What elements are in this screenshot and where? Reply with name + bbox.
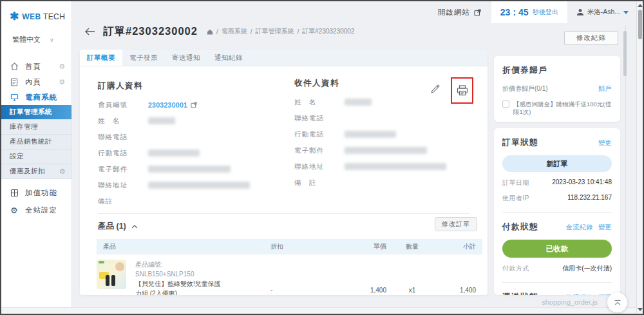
ecommerce-submenu: 訂單管理系統 庫存管理 產品銷售統計 設定 優惠及折扣 ⚙ <box>1 105 71 179</box>
recipient-name-row: 姓 名 <box>294 94 449 110</box>
scrollbar-up-arrow-icon[interactable] <box>638 4 643 7</box>
chevron-down-icon: ∨ <box>50 37 54 43</box>
breadcrumb-segment[interactable]: 訂單管理系統 <box>256 27 294 36</box>
order-detail-card: 訂單概要 電子發票 寄送通知 通知紀錄 訂購人資料 會員編號 230323000… <box>80 50 488 295</box>
sidebar-item-label: 首頁 <box>25 62 41 72</box>
redacted-value <box>148 117 175 124</box>
edit-log-button[interactable]: 修改紀錄 <box>564 31 618 45</box>
sidebar-item-pages[interactable]: 內頁 ⚙ <box>1 74 71 90</box>
site-settings-gear-icon: ⚙ <box>10 205 20 215</box>
sidebar-item-discounts[interactable]: 優惠及折扣 ⚙ <box>1 164 71 179</box>
order-date-value: 2023-03-23 10:41:48 <box>552 178 612 187</box>
chevron-down-icon <box>623 11 629 14</box>
vertical-scrollbar[interactable] <box>636 1 643 314</box>
language-label: 繁體中文 <box>12 35 41 44</box>
product-qty: x1 <box>386 260 438 295</box>
edit-recipient-button[interactable] <box>430 84 440 94</box>
recipient-info-title: 收件人資料 <box>294 78 449 89</box>
sidebar-item-label: 訂單管理系統 <box>10 108 52 117</box>
product-subtotal: 1,400 <box>438 260 482 295</box>
pencil-icon <box>430 84 440 94</box>
external-link-icon[interactable] <box>191 102 197 108</box>
divider <box>502 282 612 283</box>
sidebar-item-label: 加值功能 <box>25 188 57 198</box>
payment-status-title: 付款狀態 <box>502 222 538 233</box>
printer-icon[interactable] <box>457 85 468 96</box>
sidebar-item-label: 內頁 <box>25 77 41 87</box>
section-divider <box>98 213 469 214</box>
sidebar-item-label: 優惠及折扣 <box>10 167 45 176</box>
breadcrumb-segment: 訂單#2303230002 <box>302 27 354 36</box>
sidebar-item-settings[interactable]: 設定 <box>1 149 71 164</box>
sidebar-item-order-management[interactable]: 訂單管理系統 <box>1 105 71 120</box>
sidebar-item-addons[interactable]: 加值功能 <box>1 184 71 202</box>
brand-logo[interactable]: ✱ WEB TECH <box>1 1 71 22</box>
content-scrollbar-thumb[interactable] <box>623 31 627 76</box>
redacted-value <box>345 131 396 138</box>
payment-log-link[interactable]: 金流紀錄 <box>566 223 593 232</box>
order-status-title: 訂單狀態 <box>502 137 538 148</box>
payment-status-badge: 已收款 <box>502 240 612 258</box>
admin-app-window: ✱ WEB TECH 繁體中文 ∨ 首頁 ⚙ 內頁 ⚙ <box>0 0 644 315</box>
products-section-title[interactable]: 產品 (1) <box>98 221 138 232</box>
tab-shipping-notice[interactable]: 寄送通知 <box>165 50 207 66</box>
coupon-card: 折價券歸戶 折價券歸戶(0/1) 歸戶 【感恩回購金】購物滿千送100元(僅限1… <box>494 56 620 122</box>
user-ip-row: 使用者IP 118.232.21.167 <box>502 194 612 203</box>
back-arrow-icon[interactable] <box>85 28 95 35</box>
buyer-info-section: 訂購人資料 會員編號 2303230001 姓 名 聯絡電話 行 <box>98 81 291 209</box>
shipping-log-link[interactable]: 物流紀錄 <box>566 293 593 296</box>
scrollbar-down-arrow-icon[interactable] <box>638 308 643 311</box>
user-name-label: 米洛-Ash... <box>587 8 620 17</box>
product-name-line2: 力組 (2入優惠) <box>135 289 221 295</box>
order-tabs: 訂單概要 電子發票 寄送通知 通知紀錄 <box>80 50 488 66</box>
sidebar: ✱ WEB TECH 繁體中文 ∨ 首頁 ⚙ 內頁 ⚙ <box>1 1 72 309</box>
column-subtotal: 小計 <box>438 242 482 251</box>
coupon-assign-link[interactable]: 歸戶 <box>598 84 612 93</box>
brand-name: WEB TECH <box>22 12 65 21</box>
open-site-button[interactable]: 開啟網站 <box>438 8 491 17</box>
product-unit-price: 1,400 <box>341 260 386 295</box>
sidebar-item-inventory[interactable]: 庫存管理 <box>1 120 71 135</box>
product-table-row: 產品編號: SNLB150+SNLP150 【貝兒佳】藍綠雙效!兒童保護 力組 … <box>97 260 482 295</box>
breadcrumb-segment[interactable]: 電商系統 <box>222 27 247 36</box>
gear-icon[interactable]: ⚙ <box>59 78 66 86</box>
buyer-address-row: 聯絡地址 <box>98 177 291 193</box>
language-selector[interactable]: 繁體中文 ∨ <box>1 22 71 44</box>
coupon-checkbox[interactable] <box>502 100 509 108</box>
horizontal-scrollbar[interactable] <box>1 307 636 314</box>
buyer-phone-row: 聯絡電話 <box>98 129 291 145</box>
scrollbar-thumb[interactable] <box>638 10 642 39</box>
member-id-link[interactable]: 2303230001 <box>148 101 187 109</box>
gear-icon[interactable]: ⚙ <box>59 62 66 71</box>
buyer-note-row: 備註 <box>98 193 291 209</box>
sidebar-item-label: 全站設定 <box>25 205 57 215</box>
tab-e-invoice[interactable]: 電子發票 <box>122 50 165 66</box>
product-discount: - <box>270 260 341 295</box>
script-name-label: shopping_order.js <box>542 298 598 306</box>
page-icon <box>10 78 20 86</box>
redacted-value <box>148 166 231 173</box>
sidebar-item-site-settings[interactable]: ⚙ 全站設定 <box>1 202 71 219</box>
sidebar-item-sales-stats[interactable]: 產品銷售統計 <box>1 135 71 149</box>
buyer-email-row: 電子郵件 <box>98 161 291 177</box>
redacted-value <box>345 99 372 106</box>
home-icon <box>207 29 213 35</box>
order-status-change-link[interactable]: 變更 <box>598 138 612 148</box>
user-avatar-icon <box>576 8 584 16</box>
tab-notification-log[interactable]: 通知紀錄 <box>207 50 250 66</box>
recipient-email-row: 電子郵件 <box>294 142 449 158</box>
scroll-to-top-button[interactable] <box>607 292 627 312</box>
tab-order-summary[interactable]: 訂單概要 <box>80 50 122 66</box>
edit-order-button[interactable]: 修改訂單 <box>435 217 477 231</box>
product-code: SNLB150+SNLP150 <box>135 269 221 279</box>
user-menu[interactable]: 米洛-Ash... <box>567 8 636 17</box>
product-thumbnail[interactable] <box>97 260 126 289</box>
chevron-up-icon <box>131 225 138 229</box>
sidebar-item-ecommerce[interactable]: 電商系統 <box>1 90 71 105</box>
sidebar-item-home[interactable]: 首頁 ⚙ <box>1 59 71 74</box>
payment-change-link[interactable]: 變更 <box>598 223 612 232</box>
gear-icon[interactable]: ⚙ <box>59 167 66 176</box>
redacted-value <box>148 182 250 189</box>
sidebar-bottom-menu: 加值功能 ⚙ 全站設定 <box>1 184 71 219</box>
shop-icon <box>10 93 20 101</box>
